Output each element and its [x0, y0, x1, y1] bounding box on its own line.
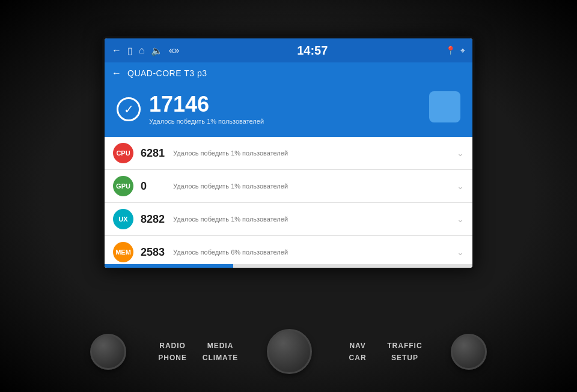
ux-badge: UX: [113, 209, 133, 229]
benchmark-list: CPU 6281 Удалось победить 1% пользовател…: [105, 137, 472, 264]
climate-button[interactable]: CLIMATE: [203, 354, 238, 362]
ux-desc: Удалось победить 1% пользователей: [173, 216, 450, 223]
bench-row-ux[interactable]: UX 8282 Удалось победить 1% пользователе…: [105, 203, 472, 236]
screen: ← ▯ ⌂ 🔈 «» 14:57 📍 ⌖ ← QUAD-CORE T3 p3 ✓: [105, 38, 472, 268]
score-avatar: [429, 91, 460, 122]
score-subtext: Удалось победить 1% пользователей: [149, 118, 460, 125]
traffic-button[interactable]: TRAFFIC: [387, 342, 422, 350]
app-bar: ← QUAD-CORE T3 p3: [105, 62, 472, 84]
back-icon[interactable]: ←: [112, 45, 121, 56]
nav-button[interactable]: NAV: [340, 342, 375, 350]
screen-bezel: ← ▯ ⌂ 🔈 «» 14:57 📍 ⌖ ← QUAD-CORE T3 p3 ✓: [102, 36, 475, 270]
mem-desc: Удалось победить 6% пользователей: [173, 249, 450, 256]
mem-chevron-icon: ⌄: [457, 247, 464, 257]
app-title: QUAD-CORE T3 p3: [127, 68, 207, 78]
app-back-icon[interactable]: ←: [112, 68, 121, 79]
windows-icon[interactable]: ▯: [127, 45, 133, 56]
mem-badge: MEM: [113, 242, 133, 262]
clock: 14:57: [185, 44, 439, 58]
bench-row-gpu[interactable]: GPU 0 Удалось победить 1% пользователей …: [105, 170, 472, 203]
mem-score: 2583: [141, 246, 166, 259]
right-status-icons: 📍 ⌖: [445, 46, 465, 56]
status-bar: ← ▯ ⌂ 🔈 «» 14:57 📍 ⌖: [105, 38, 472, 62]
media-button[interactable]: MEDIA: [203, 342, 238, 350]
total-score: 17146: [149, 94, 460, 115]
home-icon[interactable]: ⌂: [139, 45, 145, 56]
check-circle: ✓: [117, 97, 141, 121]
wifi-icon: ⌖: [460, 46, 465, 56]
setup-button[interactable]: SETUP: [387, 354, 422, 362]
ux-chevron-icon: ⌄: [457, 214, 464, 224]
menu-icon[interactable]: «»: [169, 45, 180, 56]
radio-button[interactable]: RADIO: [154, 342, 190, 350]
right-button-grid: NAV TRAFFIC CAR SETUP: [340, 342, 423, 362]
gpu-desc: Удалось победить 1% пользователей: [173, 182, 450, 190]
cpu-badge: CPU: [113, 143, 133, 163]
score-header: ✓ 17146 Удалось победить 1% пользователе…: [105, 84, 472, 137]
progress-fill: [105, 264, 233, 268]
checkmark-icon: ✓: [124, 102, 134, 116]
car-unit: ← ▯ ⌂ 🔈 «» 14:57 📍 ⌖ ← QUAD-CORE T3 p3 ✓: [0, 0, 577, 392]
ux-score: 8282: [141, 213, 166, 226]
center-knob[interactable]: [267, 329, 312, 374]
cpu-desc: Удалось победить 1% пользователей: [173, 149, 450, 157]
right-knob[interactable]: [451, 334, 487, 370]
cpu-chevron-icon: ⌄: [457, 148, 464, 158]
location-icon: 📍: [445, 46, 456, 55]
gpu-score: 0: [141, 180, 166, 193]
phone-button[interactable]: PHONE: [154, 354, 190, 362]
bench-row-mem[interactable]: MEM 2583 Удалось победить 6% пользовател…: [105, 236, 472, 264]
cpu-score: 6281: [141, 147, 166, 160]
bench-row-cpu[interactable]: CPU 6281 Удалось победить 1% пользовател…: [105, 137, 472, 170]
progress-bar: [105, 264, 472, 268]
gpu-chevron-icon: ⌄: [457, 181, 464, 191]
car-button[interactable]: CAR: [340, 354, 375, 362]
score-info: 17146 Удалось победить 1% пользователей: [149, 94, 460, 125]
car-controls: RADIO MEDIA PHONE CLIMATE NAV TRAFFIC CA…: [78, 329, 499, 374]
gpu-badge: GPU: [113, 176, 133, 196]
left-button-grid: RADIO MEDIA PHONE CLIMATE: [154, 342, 238, 362]
volume-icon[interactable]: 🔈: [151, 45, 163, 56]
left-knob[interactable]: [90, 334, 126, 370]
